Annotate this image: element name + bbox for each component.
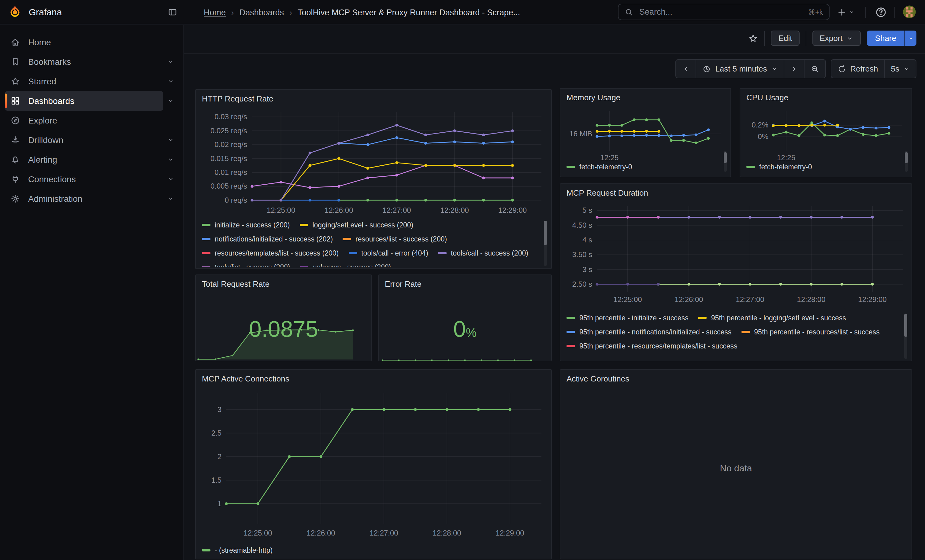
legend-item[interactable]: 95th percentile - logging/setLevel - suc…: [698, 312, 846, 323]
svg-text:12:26:00: 12:26:00: [306, 529, 335, 537]
help-button[interactable]: [875, 6, 887, 18]
panel-title[interactable]: CPU Usage: [746, 93, 788, 102]
legend-swatch: [566, 344, 575, 347]
legend: fetch-telemetry-0: [566, 161, 716, 174]
time-controls: Last 5 minutes Refresh 5s: [675, 59, 916, 78]
legend-item[interactable]: 95th percentile - resources/templates/li…: [566, 341, 737, 351]
legend-item[interactable]: 95th percentile - initialize - success: [566, 312, 688, 323]
time-back-button[interactable]: [676, 60, 696, 78]
legend-scrollbar[interactable]: [905, 151, 908, 172]
search-input[interactable]: [638, 7, 803, 17]
svg-text:12:25: 12:25: [600, 153, 619, 162]
grafana-logo-icon[interactable]: [8, 5, 22, 19]
refresh-interval-picker[interactable]: 5s: [884, 60, 916, 78]
sidebar-item-bookmarks[interactable]: Bookmarks: [5, 52, 163, 72]
edit-button[interactable]: Edit: [771, 30, 800, 46]
chevron-down-icon[interactable]: [163, 58, 178, 65]
chevron-down-icon[interactable]: [163, 97, 178, 105]
sidebar-row: Explore: [5, 111, 178, 130]
edit-label: Edit: [779, 34, 792, 43]
sidebar-item-connections[interactable]: Connections: [5, 169, 163, 189]
legend-item[interactable]: initialize - success (200): [202, 219, 290, 230]
chevron-down-icon[interactable]: [163, 136, 178, 144]
sidebar-item-label: Bookmarks: [28, 57, 71, 67]
chevron-down-icon[interactable]: [163, 156, 178, 163]
gear-icon: [11, 194, 20, 204]
sidebar-item-starred[interactable]: Starred: [5, 72, 163, 91]
legend-swatch: [566, 316, 575, 319]
panel-title[interactable]: Total Request Rate: [202, 279, 270, 288]
sidebar-item-label: Dashboards: [28, 96, 74, 106]
time-forward-button[interactable]: [783, 60, 804, 78]
breadcrumb-item[interactable]: Home: [204, 8, 226, 17]
breadcrumb-item[interactable]: ToolHive MCP Server & Proxy Runner Dashb…: [298, 8, 520, 17]
export-button[interactable]: Export: [812, 30, 861, 46]
breadcrumb-item[interactable]: Dashboards: [240, 8, 284, 17]
legend-item[interactable]: fetch-telemetry-0: [746, 161, 812, 172]
legend-item[interactable]: fetch-telemetry-0: [566, 161, 632, 172]
panel-title[interactable]: Active Goroutines: [566, 374, 629, 383]
sidebar-row: Alerting: [5, 150, 178, 169]
sidebar-row: Dashboards: [5, 91, 178, 111]
sidebar-item-dashboards[interactable]: Dashboards: [5, 91, 163, 111]
legend-item[interactable]: tools/call - success (200): [438, 248, 528, 258]
avatar[interactable]: [903, 6, 916, 18]
legend-scrollbar[interactable]: [904, 314, 907, 359]
panel-title[interactable]: MCP Active Connections: [202, 374, 289, 383]
svg-text:12:29:00: 12:29:00: [858, 295, 886, 303]
sidebar-row: Bookmarks: [5, 52, 178, 72]
panel-active-goroutines: Active Goroutines No data: [560, 369, 912, 559]
legend-item[interactable]: 95th percentile - resources/list - succe…: [741, 326, 880, 337]
legend-label: tools/list - success (200): [215, 263, 290, 267]
legend-item[interactable]: notifications/initialized - success (202…: [202, 234, 333, 244]
sidebar-nav: HomeBookmarksStarredDashboardsExploreDri…: [0, 32, 183, 209]
favorite-star-icon[interactable]: [749, 33, 758, 43]
zoom-out-icon: [810, 65, 819, 73]
legend-label: tools/call - success (200): [451, 249, 528, 257]
sidebar-item-drilldown[interactable]: Drilldown: [5, 130, 163, 150]
legend-item[interactable]: resources/templates/list - success (200): [202, 248, 339, 258]
sidebar-item-home[interactable]: Home: [5, 32, 163, 52]
search-shortcut: ⌘+k: [808, 8, 823, 16]
panel-title[interactable]: HTTP Request Rate: [202, 94, 273, 103]
breadcrumb-separator: ›: [289, 8, 292, 17]
legend-item[interactable]: unknown - success (200): [300, 262, 391, 267]
panel-title[interactable]: Error Rate: [385, 279, 422, 288]
legend-item[interactable]: - (streamable-http): [202, 545, 273, 555]
legend-label: resources/templates/list - success (200): [215, 249, 339, 257]
http-request-rate-chart: 0.03 req/s0.025 req/s0.02 req/s0.015 req…: [201, 107, 548, 217]
sidebar-item-alerting[interactable]: Alerting: [5, 150, 163, 169]
legend-item[interactable]: logging/setLevel - success (200): [300, 219, 413, 230]
legend-swatch: [300, 224, 308, 226]
sidebar-item-explore[interactable]: Explore: [5, 111, 163, 130]
search-box[interactable]: ⌘+k: [618, 4, 830, 20]
svg-text:12:26:00: 12:26:00: [325, 206, 353, 214]
chevron-down-icon[interactable]: [163, 195, 178, 203]
legend-item[interactable]: tools/list - success (200): [202, 262, 290, 267]
mcp-request-duration-chart: 5 s4.50 s4 s3.50 s3 s2.50 s12:25:0012:26…: [565, 201, 908, 306]
refresh-button[interactable]: Refresh: [831, 60, 884, 78]
legend-item[interactable]: 95th percentile - notifications/initiali…: [566, 326, 731, 337]
time-range-picker[interactable]: Last 5 minutes: [696, 60, 783, 78]
share-button[interactable]: Share: [867, 30, 904, 46]
svg-text:0.025 req/s: 0.025 req/s: [211, 126, 247, 135]
legend-item[interactable]: resources/list - success (200): [343, 234, 447, 244]
panel-cpu-usage: CPU Usage 0.2%0%12:25 fetch-telemetry-0: [740, 88, 912, 177]
divider: [895, 7, 895, 18]
sidebar-item-administration[interactable]: Administration: [5, 189, 163, 209]
svg-text:0.01 req/s: 0.01 req/s: [214, 168, 247, 176]
share-menu-button[interactable]: [904, 30, 916, 46]
chevron-down-icon: [167, 58, 174, 65]
panel-title[interactable]: Memory Usage: [566, 93, 620, 102]
chevron-down-icon[interactable]: [163, 78, 178, 85]
svg-text:1.5: 1.5: [211, 476, 221, 484]
legend-scrollbar[interactable]: [724, 151, 727, 172]
panel-title[interactable]: MCP Request Duration: [566, 188, 648, 197]
sidebar-toggle-icon[interactable]: [168, 8, 178, 17]
chevron-down-icon[interactable]: [163, 176, 178, 183]
zoom-out-button[interactable]: [804, 60, 825, 78]
legend-scrollbar[interactable]: [544, 221, 547, 266]
chevron-down-icon: [847, 35, 854, 42]
legend-item[interactable]: tools/call - error (404): [348, 248, 428, 258]
add-button[interactable]: [837, 8, 855, 17]
